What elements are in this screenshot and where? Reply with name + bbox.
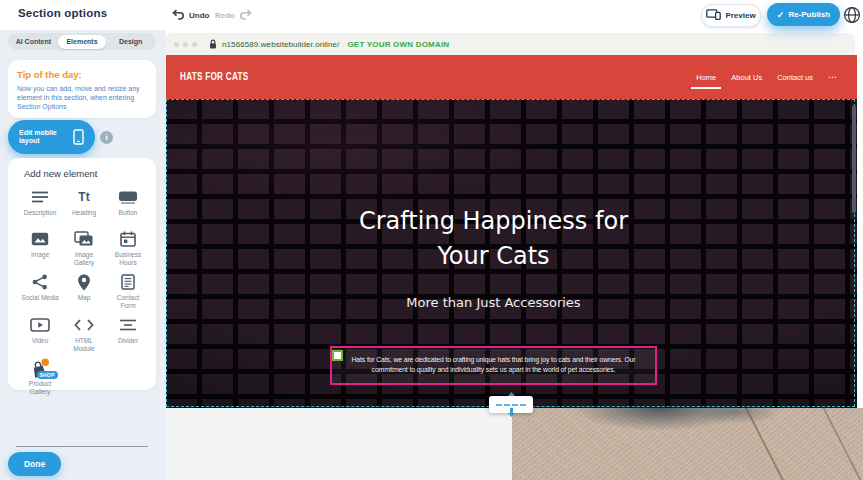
element-image-gallery[interactable]: Image Gallery — [62, 230, 106, 266]
element-video[interactable]: Video — [18, 316, 62, 352]
element-business-hours[interactable]: Business Hours — [106, 230, 150, 266]
edit-mobile-layout-label: Edit mobile layout — [19, 129, 67, 146]
check-icon: ✓ — [777, 10, 785, 20]
element-map[interactable]: Map — [62, 273, 106, 309]
element-contact-form[interactable]: Contact Form — [106, 273, 150, 309]
dashed-line-icon — [496, 404, 526, 406]
edit-mobile-layout-button[interactable]: Edit mobile layout — [8, 120, 95, 154]
selected-paragraph-element[interactable]: Hats for Cats, we are dedicated to craft… — [330, 346, 657, 385]
get-domain-link[interactable]: GET YOUR OWN DOMAIN — [347, 40, 449, 49]
redo-icon — [239, 9, 252, 22]
element-drag-handle[interactable] — [332, 350, 343, 361]
element-label: Heading — [72, 209, 96, 217]
heading-icon: Tt — [78, 188, 89, 206]
sidebar-divider — [16, 446, 148, 447]
site-header: HATS FOR CATS Home About Us Contact us ⋯ — [166, 55, 857, 99]
element-label: Image — [31, 251, 49, 259]
add-new-element-title: Add new element — [24, 168, 150, 179]
preview-scrollbar[interactable] — [852, 105, 856, 213]
done-button[interactable]: Done — [8, 452, 61, 476]
element-social-media[interactable]: Social Media — [18, 273, 62, 309]
element-label: Business Hours — [109, 251, 147, 266]
image-gallery-icon — [74, 230, 94, 248]
element-heading[interactable]: Tt Heading — [62, 188, 106, 223]
next-section-photo[interactable] — [512, 408, 863, 480]
element-label: Video — [32, 337, 49, 345]
tip-title: Tip of the day: — [17, 69, 147, 80]
section-resize-handle[interactable] — [489, 388, 533, 421]
phone-icon — [73, 129, 84, 146]
element-label: Button — [119, 209, 138, 217]
globe-icon[interactable] — [843, 6, 861, 24]
element-label: HTML Module — [65, 337, 103, 352]
info-icon[interactable]: i — [100, 131, 113, 144]
window-dot-icon — [192, 42, 197, 47]
tip-body: Now you can add, move and resize any ele… — [17, 84, 148, 111]
site-url: n1566589.websitebuilder.online/ — [222, 40, 339, 49]
redo-button[interactable]: Redo — [215, 9, 252, 22]
hero-subheading[interactable]: More than Just Accessories — [166, 295, 821, 310]
contact-form-icon — [121, 273, 135, 291]
shop-badge: SHOP — [37, 371, 58, 379]
hero-section: Crafting Happiness for Your Cats More th… — [166, 99, 857, 408]
site-nav: Home About Us Contact us ⋯ — [696, 55, 837, 99]
video-icon — [30, 316, 50, 334]
republish-button[interactable]: ✓ Re-Publish — [767, 3, 840, 26]
window-dot-icon — [183, 42, 188, 47]
product-gallery-icon: SHOP — [30, 359, 51, 377]
element-button[interactable]: Button — [106, 188, 150, 223]
tab-design[interactable]: Design — [106, 35, 155, 49]
next-section-blank[interactable] — [166, 408, 512, 480]
element-label: Description — [24, 209, 57, 217]
hero-heading[interactable]: Crafting Happiness for Your Cats — [166, 204, 821, 274]
element-grid: Description Tt Heading Button Image Imag… — [18, 188, 150, 395]
add-new-element-panel: Add new element Description Tt Heading B… — [8, 158, 156, 390]
window-dot-icon — [174, 42, 179, 47]
website-builder-app: Section options Undo Redo Preview ✓ Re-P… — [0, 0, 863, 480]
element-label: Social Media — [21, 294, 58, 302]
undo-label: Undo — [189, 11, 209, 20]
nav-more-icon[interactable]: ⋯ — [828, 72, 837, 82]
devices-icon — [706, 9, 721, 22]
business-hours-icon — [120, 230, 136, 248]
arrow-up-icon — [507, 387, 516, 396]
tip-of-the-day-card: Tip of the day: Now you can add, move an… — [8, 60, 156, 118]
element-label: Image Gallery — [65, 251, 103, 266]
site-preview: HATS FOR CATS Home About Us Contact us ⋯… — [166, 55, 857, 408]
republish-label: Re-Publish — [788, 10, 830, 19]
element-divider[interactable]: Divider — [106, 316, 150, 352]
preview-label: Preview — [725, 11, 755, 20]
map-pin-icon — [77, 273, 91, 291]
page-title: Section options — [18, 7, 107, 19]
tab-ai-content[interactable]: AI Content — [9, 35, 58, 49]
text-lines-icon — [31, 188, 49, 206]
divider-icon — [119, 316, 137, 334]
button-icon — [118, 188, 138, 206]
nav-contact-us[interactable]: Contact us — [777, 73, 813, 82]
nav-home[interactable]: Home — [696, 73, 716, 82]
arrow-down-icon — [507, 413, 516, 422]
element-label: Divider — [118, 337, 138, 345]
sidebar-tabs: AI Content Elements Design — [8, 33, 156, 50]
code-icon — [74, 316, 94, 334]
element-label: Contact Form — [109, 294, 147, 309]
section-options-sidebar: AI Content Elements Design Tip of the da… — [0, 30, 166, 480]
topbar: Section options Undo Redo Preview ✓ Re-P… — [0, 0, 863, 30]
preview-button[interactable]: Preview — [701, 4, 761, 27]
hero-paragraph: Hats for Cats, we are dedicated to craft… — [336, 355, 651, 375]
element-description[interactable]: Description — [18, 188, 62, 223]
element-html-module[interactable]: HTML Module — [62, 316, 106, 352]
nav-about-us[interactable]: About Us — [731, 73, 762, 82]
site-logo[interactable]: HATS FOR CATS — [180, 71, 248, 82]
element-product-gallery[interactable]: SHOP Product Gallery — [18, 359, 62, 395]
redo-label: Redo — [215, 11, 235, 20]
tab-elements[interactable]: Elements — [58, 35, 107, 49]
undo-icon — [172, 9, 185, 22]
nav-active-underline — [691, 87, 721, 89]
lock-icon — [209, 39, 217, 49]
image-icon — [31, 230, 49, 248]
undo-button[interactable]: Undo — [172, 9, 209, 22]
element-image[interactable]: Image — [18, 230, 62, 266]
browser-address-bar: n1566589.websitebuilder.online/ GET YOUR… — [166, 33, 855, 55]
element-label: Product Gallery — [21, 380, 59, 395]
